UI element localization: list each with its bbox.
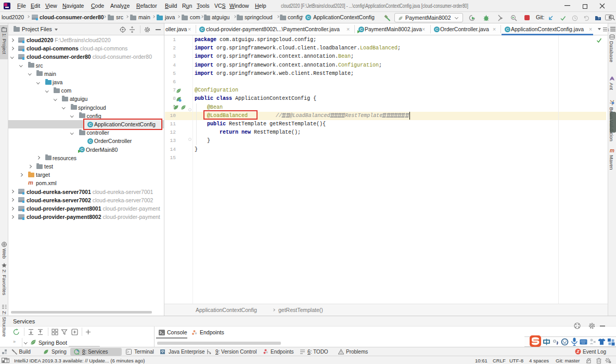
- svg-text:1: 1: [608, 28, 610, 32]
